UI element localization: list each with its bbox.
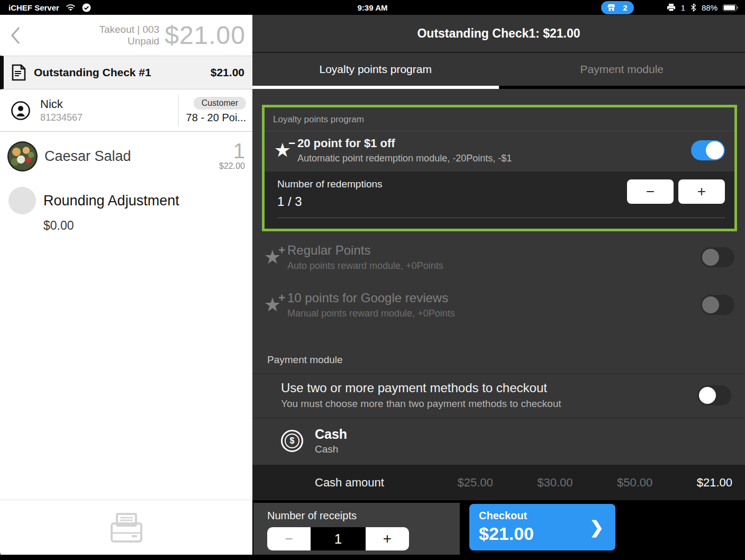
loyalty-highlight-box: Loyalty points program ★− 20 point for $… — [262, 105, 737, 231]
status-bar: iCHEF Server 9:39 AM — [0, 0, 745, 15]
split-payment-row[interactable]: Use two or more payment methods to check… — [252, 374, 745, 418]
customer-row[interactable]: Nick 81234567 Customer 78 - 20 Poi... — [0, 89, 252, 132]
plus-icon: + — [697, 183, 706, 200]
order-total: $21.00 — [165, 21, 246, 50]
order-header: Takeout | 003 Unpaid $21.00 — [0, 15, 252, 56]
adjustment-placeholder-circle — [8, 187, 36, 214]
checkout-header: Outstanding Check1: $21.00 — [252, 15, 745, 53]
customer-phone: 81234567 — [40, 112, 83, 123]
google-reviews-points-row[interactable]: ★+ 10 points for Google reviews Manual p… — [252, 283, 745, 327]
minus-icon: − — [646, 183, 655, 200]
document-icon — [12, 64, 26, 81]
star-plus-icon: ★+ — [260, 248, 285, 267]
receipts-panel: Number of receipts − 1 + — [253, 503, 460, 555]
order-panel: Takeout | 003 Unpaid $21.00 Outstanding … — [0, 15, 252, 555]
check-title: Outstanding Check #1 — [34, 66, 151, 79]
back-chevron-icon — [10, 26, 21, 45]
customer-name: Nick — [40, 97, 83, 111]
item-quantity: 1 — [219, 141, 245, 160]
redemption-subtitle: Automatic point redemption module, -20Po… — [297, 153, 512, 164]
customer-info: Nick 81234567 — [40, 97, 83, 123]
pos-app-screen: iCHEF Server 9:39 AM — [0, 0, 745, 560]
checkout-button-amount: $21.00 — [479, 523, 606, 544]
food-photo — [7, 141, 38, 171]
battery-icon — [723, 4, 737, 11]
redemption-title: 20 point for $1 off — [297, 137, 512, 150]
reward-subtitle: Auto points reward module, +0Points — [287, 260, 443, 272]
regular-points-toggle[interactable] — [701, 247, 734, 267]
customer-points: 78 - 20 Poi... — [186, 112, 246, 124]
back-button[interactable] — [10, 24, 28, 47]
reward-title: 10 points for Google reviews — [287, 291, 455, 305]
printer-icon — [110, 512, 143, 544]
cash-amount-row: Cash amount $25.00 $30.00 $50.00 $21.00 — [252, 465, 745, 500]
order-meta: Takeout | 003 Unpaid — [99, 24, 159, 47]
payment-method-name: Cash — [315, 427, 347, 442]
receipts-stepper: − 1 + — [267, 527, 419, 550]
order-item-row[interactable]: Caesar Salad 1 $22.00 — [0, 132, 252, 180]
split-payment-subtitle: You must choose more than two payment me… — [281, 398, 561, 410]
checkout-bottom-bar: Number of receipts − 1 + Checkout — [252, 500, 745, 555]
item-qty-price: 1 $22.00 — [219, 141, 245, 171]
cash-amount-label: Cash amount — [315, 476, 413, 490]
item-price: $22.00 — [219, 161, 245, 171]
cash-amount-selected[interactable]: $21.00 — [697, 476, 732, 490]
redemptions-value: 1 / 3 — [277, 194, 383, 209]
receipts-label: Number of receipts — [267, 510, 460, 522]
receipts-count: 1 — [311, 527, 366, 550]
reward-subtitle: Manual points reward module, +0Points — [287, 308, 455, 319]
reward-title: Regular Points — [287, 243, 443, 258]
payment-section-label: Payment module — [252, 354, 745, 374]
cash-preset-button[interactable]: $30.00 — [537, 476, 573, 490]
payment-method-subtitle: Cash — [315, 444, 347, 455]
print-receipt-button[interactable] — [0, 500, 252, 555]
checkout-panel: Outstanding Check1: $21.00 Loyalty point… — [252, 15, 745, 555]
redemption-toggle[interactable] — [691, 140, 725, 160]
split-payment-title: Use two or more payment methods to check… — [281, 381, 561, 395]
customer-loyalty: Customer 78 - 20 Poi... — [178, 95, 246, 127]
outstanding-check-row[interactable]: Outstanding Check #1 $21.00 — [0, 56, 252, 89]
customer-badge: Customer — [194, 97, 246, 110]
divider — [277, 218, 725, 218]
star-minus-icon: ★− — [270, 141, 295, 160]
order-type: Takeout | 003 — [99, 24, 159, 35]
tab-loyalty-points[interactable]: Loyalty points program — [252, 53, 499, 89]
checkout-button[interactable]: Checkout $21.00 ❯ — [469, 504, 615, 550]
checkout-tabs: Loyalty points program Payment module — [252, 53, 745, 89]
loyalty-section-label: Loyalty points program — [265, 107, 734, 131]
tab-payment-module[interactable]: Payment module — [499, 53, 745, 89]
receipts-plus-button[interactable]: + — [366, 527, 409, 550]
screen-bottom-edge — [0, 555, 745, 560]
checkout-content: Loyalty points program ★− 20 point for $… — [252, 89, 745, 555]
redemptions-plus-button[interactable]: + — [678, 179, 725, 204]
check-amount: $21.00 — [211, 66, 244, 79]
plus-icon: + — [383, 530, 392, 547]
cash-coin-icon: $ — [281, 430, 303, 452]
item-name: Caesar Salad — [44, 148, 131, 165]
redemptions-count-section: Number of redemptions 1 / 3 − + — [265, 171, 734, 229]
regular-points-row[interactable]: ★+ Regular Points Auto points reward mod… — [252, 236, 745, 279]
customer-avatar-icon — [11, 101, 31, 121]
chevron-right-icon: ❯ — [589, 517, 604, 537]
checkout-button-label: Checkout — [479, 510, 606, 522]
star-plus-icon: ★+ — [260, 295, 285, 314]
redemptions-minus-button[interactable]: − — [627, 179, 674, 204]
payment-method-cash-row[interactable]: $ Cash Cash — [252, 418, 745, 465]
redemptions-label: Number of redemptions — [277, 178, 383, 190]
adjustment-price: $0.00 — [43, 219, 245, 233]
checkout-title: Outstanding Check1: $21.00 — [417, 26, 580, 41]
receipts-minus-button[interactable]: − — [267, 527, 311, 550]
rounding-adjustment-row[interactable]: Rounding Adjustment $0.00 — [0, 180, 252, 233]
cash-amount-presets: $25.00 $30.00 $50.00 — [413, 476, 697, 490]
clock: 9:39 AM — [0, 3, 745, 12]
cash-preset-button[interactable]: $50.00 — [617, 476, 652, 490]
google-reviews-toggle[interactable] — [701, 295, 734, 315]
cash-preset-button[interactable]: $25.00 — [457, 476, 493, 490]
order-status: Unpaid — [99, 35, 159, 47]
split-payment-toggle[interactable] — [697, 385, 731, 405]
minus-icon: − — [285, 531, 293, 547]
redemption-module-row[interactable]: ★− 20 point for $1 off Automatic point r… — [265, 131, 734, 171]
adjustment-name: Rounding Adjustment — [43, 193, 179, 209]
